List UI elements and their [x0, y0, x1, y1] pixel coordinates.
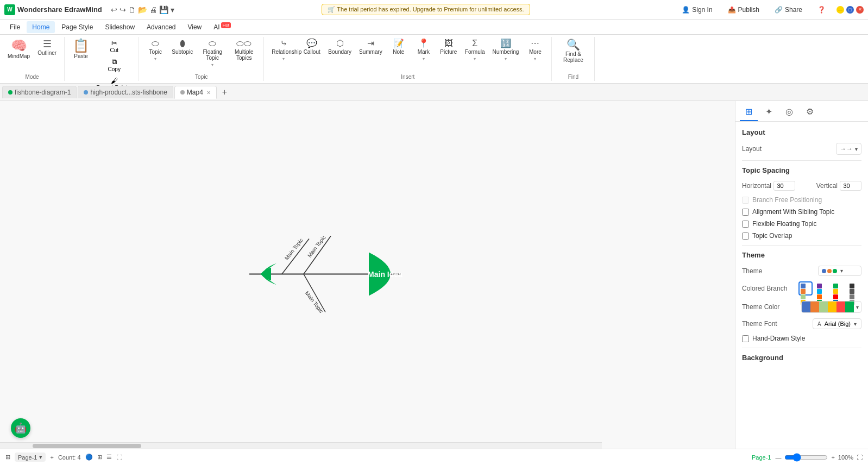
menu-advanced[interactable]: Advanced [141, 21, 181, 33]
vertical-spacing-input[interactable] [840, 181, 861, 191]
mindmap-button[interactable]: 🧠 MindMap [4, 37, 33, 61]
top-bar: W Wondershare EdrawMind ↩ ↪ 🗋 📂 🖨 💾 ▾ 🛒 … [0, 0, 868, 20]
note-button[interactable]: 📝 Note [387, 37, 411, 57]
print-icon[interactable]: 🖨 [149, 5, 157, 14]
colored-branch-option-1[interactable] [798, 281, 813, 296]
count-icon: 🔵 [85, 454, 93, 461]
menu-view[interactable]: View [182, 21, 207, 33]
tab-close-button[interactable]: ✕ [206, 90, 211, 96]
subtopic-button[interactable]: ⬮ Subtopic [168, 37, 196, 57]
cut-button[interactable]: ✂ Cut [94, 37, 134, 54]
colored-branch-option-2[interactable] [815, 281, 829, 296]
panel-tab-layout[interactable]: ⊞ [740, 103, 758, 121]
flexible-checkbox[interactable] [742, 221, 749, 228]
more-options-icon[interactable]: ▾ [171, 5, 174, 14]
trial-banner[interactable]: 🛒 The trial period has expired. Upgrade … [322, 4, 530, 15]
more-button[interactable]: ⋯ More ▾ [523, 37, 547, 64]
open-icon[interactable]: 📂 [138, 5, 147, 14]
find-replace-button[interactable]: 🔍 Find & Replace [556, 37, 590, 65]
tab-fishbone-1[interactable]: fishbone-diagram-1 [2, 86, 77, 98]
horizontal-spacing-input[interactable] [773, 181, 795, 191]
publish-button[interactable]: 📤 Publish [724, 4, 764, 15]
numbering-button[interactable]: 🔢 Numbering ▾ [489, 37, 523, 64]
divider-2 [742, 245, 861, 246]
zoom-in-button[interactable]: + [831, 454, 834, 461]
alignment-label: Alignment With Sibling Topic [752, 208, 834, 216]
save-icon[interactable]: 💾 [159, 5, 168, 14]
theme-color-row: Theme Color ▾ [742, 301, 861, 313]
cb-color-2b [817, 289, 822, 294]
branch-free-checkbox[interactable] [742, 197, 749, 204]
new-icon[interactable]: 🗋 [128, 5, 136, 14]
paste-button[interactable]: 📋 Paste [69, 37, 93, 61]
theme-font-label: Theme Font [742, 320, 777, 328]
divider-3 [742, 348, 861, 348]
fullscreen-button[interactable]: ⛶ [857, 454, 863, 461]
outliner-button[interactable]: ☰ Outliner [34, 37, 60, 58]
maximize-button[interactable]: □ [846, 6, 854, 14]
topic-icon: ⬭ [152, 39, 159, 48]
summary-button[interactable]: ⇥ Summary [356, 37, 386, 57]
fit-icon[interactable]: ⛶ [116, 454, 122, 461]
theme-font-dropdown[interactable]: A Arial (Big) ▾ [813, 318, 861, 329]
layout-dropdown[interactable]: →→ ▾ [836, 143, 861, 155]
page-selector[interactable]: Page-1 ▾ [15, 453, 46, 462]
undo-icon[interactable]: ↩ [111, 5, 117, 14]
mark-button[interactable]: 📍 Mark ▾ [412, 37, 436, 64]
relationship-button[interactable]: ⤷ Relationship ▾ [268, 37, 299, 64]
view-normal-icon[interactable]: ⊞ [97, 454, 102, 461]
tab-map4[interactable]: Map4 ✕ [174, 86, 217, 99]
tab-add-button[interactable]: + [218, 85, 231, 99]
cb-color-3a [833, 284, 838, 288]
help-button[interactable]: ❓ [813, 4, 830, 15]
zoom-out-button[interactable]: — [775, 454, 781, 461]
tab-fishbone-2[interactable]: high-product...sts-fishbone [78, 86, 173, 98]
menu-page-style[interactable]: Page Style [56, 21, 98, 33]
horizontal-scrollbar[interactable] [0, 442, 602, 449]
theme-dropdown-arrow: ▾ [840, 268, 843, 274]
theme-dot-2 [827, 269, 832, 273]
grid-icon[interactable]: ⊞ [5, 454, 10, 461]
background-section: Background [742, 354, 861, 362]
main-area: Main Idea Main Topic Main Topic Main Top… [0, 101, 868, 449]
theme-color-dropdown[interactable]: ▾ [801, 301, 861, 313]
menu-ai[interactable]: AIHot [208, 21, 236, 33]
sign-in-button[interactable]: 👤 Sign In [677, 4, 716, 15]
panel-tab-style[interactable]: ✦ [760, 103, 778, 121]
close-button[interactable]: ✕ [856, 6, 864, 14]
canvas-area[interactable]: Main Idea Main Topic Main Topic Main Top… [0, 101, 735, 449]
panel-tab-settings[interactable]: ⚙ [801, 103, 819, 121]
callout-button[interactable]: 💬 Callout [300, 37, 324, 57]
zoom-slider[interactable] [784, 453, 828, 462]
ribbon-group-find: 🔍 Find & Replace Find [552, 37, 595, 81]
colored-branch-option-3[interactable] [831, 281, 845, 296]
add-page-button[interactable]: + [50, 454, 53, 461]
menu-slideshow[interactable]: Slideshow [99, 21, 140, 33]
panel-tab-theme-map[interactable]: ◎ [780, 103, 798, 121]
colored-branch-option-4[interactable] [847, 281, 861, 296]
redo-icon[interactable]: ↪ [119, 5, 126, 14]
summary-icon: ⇥ [367, 39, 374, 48]
boundary-button[interactable]: ⬡ Boundary [325, 37, 355, 57]
overlap-checkbox[interactable] [742, 232, 749, 240]
view-outline-icon[interactable]: ☰ [106, 454, 112, 461]
share-button[interactable]: 🔗 Share [770, 4, 807, 15]
floating-topic-button[interactable]: ⬭ Floating Topic ▾ [197, 37, 228, 70]
layout-section: Layout Layout →→ ▾ [742, 128, 861, 155]
outliner-icon: ☰ [43, 39, 52, 49]
multiple-topics-button[interactable]: ⬭⬭ Multiple Topics [229, 37, 259, 63]
flexible-row: Flexible Floating Topic [742, 220, 861, 228]
scroll-thumb-horizontal[interactable] [33, 444, 141, 448]
theme-dropdown[interactable]: ▾ [818, 266, 861, 276]
topic-button[interactable]: ⬭ Topic ▾ [143, 37, 167, 64]
picture-button[interactable]: 🖼 Picture [437, 37, 461, 57]
menu-file[interactable]: File [4, 21, 26, 33]
alignment-checkbox[interactable] [742, 209, 749, 216]
formula-button[interactable]: Σ Formula ▾ [462, 37, 488, 64]
copy-button[interactable]: ⧉ Copy [94, 55, 134, 73]
menu-home[interactable]: Home [27, 21, 55, 33]
robot-assistant-button[interactable]: 🤖 [11, 418, 30, 438]
hand-drawn-checkbox[interactable] [742, 335, 749, 342]
branch-label-3: Main Topic [304, 290, 324, 314]
minimize-button[interactable]: — [836, 6, 844, 14]
